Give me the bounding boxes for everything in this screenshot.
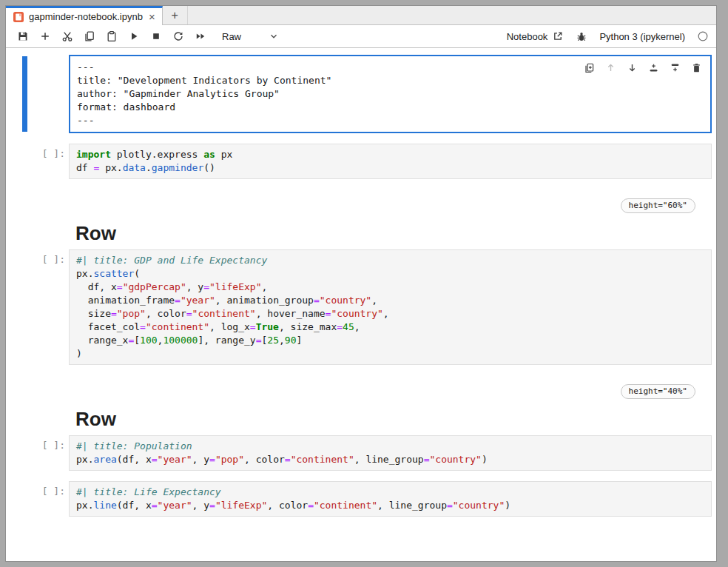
jupyterlab-window: gapminder-notebook.ipynb × + Raw Noteboo… (6, 6, 716, 561)
cell-toolbar (582, 60, 704, 75)
code-cell: [ ]:#| title: GDP and Life Expectancypx.… (6, 249, 712, 365)
code-line: animation_frame="year", animation_group=… (76, 294, 704, 307)
raw-cell-editor[interactable]: ---title: "Development Indicators by Con… (69, 55, 712, 133)
code-line: #| title: GDP and Life Expectancy (76, 254, 704, 267)
code-cell-editor[interactable]: #| title: Life Expectancypx.line(df, x="… (69, 481, 712, 517)
move-down-icon[interactable] (624, 60, 640, 75)
save-icon[interactable] (12, 27, 34, 46)
cell-height-badge: height="40%" (621, 384, 695, 399)
insert-above-icon[interactable] (646, 60, 661, 75)
add-cell-icon[interactable] (34, 27, 56, 46)
toolbar-right: Notebook Python 3 (ipykernel) (507, 30, 709, 42)
restart-icon[interactable] (167, 27, 189, 46)
fast-forward-icon[interactable] (189, 27, 212, 46)
notebook-content: ---title: "Development Indicators by Con… (6, 48, 716, 561)
code-line: df = px.data.gapminder() (76, 161, 704, 175)
stop-icon[interactable] (145, 27, 167, 46)
notebook-mode-label: Notebook (507, 31, 548, 42)
code-line: range_x=[100,100000], range_y=[25,90] (76, 334, 704, 347)
markdown-content: height="40%"Row (69, 375, 712, 435)
code-cell: [ ]:#| title: Populationpx.area(df, x="y… (6, 435, 712, 471)
cell-type-dropdown[interactable]: Raw (222, 30, 280, 42)
kernel-name[interactable]: Python 3 (ipykernel) (599, 31, 685, 42)
tab-close-icon[interactable]: × (149, 11, 155, 22)
cell-prompt: [ ]: (6, 144, 69, 179)
copy-icon[interactable] (78, 27, 101, 46)
tab-title: gapminder-notebook.ipynb (29, 11, 143, 22)
debugger-bug-icon[interactable] (576, 30, 587, 42)
chevron-down-icon (268, 30, 280, 42)
code-line: size="pop", color="continent", hover_nam… (76, 307, 704, 321)
new-tab-button[interactable]: + (163, 6, 188, 24)
kernel-status-icon[interactable] (697, 30, 709, 42)
markdown-cell: height="40%"Row (6, 375, 712, 435)
notebook-file-icon (13, 11, 24, 23)
cut-icon[interactable] (56, 27, 78, 46)
code-line: author: "Gapminder Analytics Group" (77, 87, 704, 101)
toolbar-left-icons (12, 27, 212, 46)
tab-gapminder-notebook[interactable]: gapminder-notebook.ipynb × (6, 6, 163, 25)
code-line: df, x="gdpPercap", y="lifeExp", (76, 281, 704, 294)
raw-cell: ---title: "Development Indicators by Con… (6, 55, 712, 133)
code-line: import plotly.express as px (76, 148, 704, 161)
code-cell-editor[interactable]: #| title: Populationpx.area(df, x="year"… (69, 435, 712, 471)
code-line: #| title: Population (76, 440, 704, 453)
paste-icon[interactable] (101, 27, 123, 46)
move-up-icon[interactable] (603, 60, 619, 75)
window-frame: gapminder-notebook.ipynb × + Raw Noteboo… (0, 0, 728, 567)
row-heading: Row (75, 222, 712, 245)
code-line: px.line(df, x="year", y="lifeExp", color… (76, 499, 704, 512)
duplicate-icon[interactable] (582, 60, 597, 75)
code-line: title: "Development Indicators by Contin… (77, 74, 704, 87)
notebook-mode-button[interactable]: Notebook (507, 30, 564, 42)
code-line: ) (76, 347, 704, 360)
cell-prompt (6, 375, 69, 435)
cell-prompt: [ ]: (6, 481, 69, 517)
external-link-icon (552, 30, 564, 42)
code-line: #| title: Life Expectancy (76, 486, 704, 499)
cell-prompt (6, 55, 69, 133)
code-cell: [ ]:#| title: Life Expectancypx.line(df,… (6, 481, 712, 517)
row-heading: Row (75, 408, 712, 431)
code-line: facet_col="continent", log_x=True, size_… (76, 321, 704, 334)
code-line: format: dashboard (77, 101, 704, 114)
tab-bar: gapminder-notebook.ipynb × + (6, 6, 716, 25)
cell-prompt: [ ]: (6, 249, 69, 365)
code-line: px.area(df, x="year", y="pop", color="co… (76, 453, 704, 466)
run-icon[interactable] (123, 27, 145, 46)
markdown-cell: height="60%"Row (6, 189, 712, 249)
cell-selection-indicator (22, 56, 27, 132)
cell-prompt: [ ]: (6, 435, 69, 471)
notebook-toolbar: Raw Notebook Python 3 (ipykernel) (6, 25, 716, 48)
cell-type-label: Raw (222, 31, 241, 42)
code-cell-editor[interactable]: #| title: GDP and Life Expectancypx.scat… (69, 249, 712, 365)
cell-prompt (6, 189, 69, 249)
markdown-content: height="60%"Row (69, 189, 712, 249)
cell-height-badge: height="60%" (621, 198, 695, 213)
code-cell: [ ]:import plotly.express as pxdf = px.d… (6, 144, 712, 179)
code-line: px.scatter( (76, 267, 704, 281)
code-cell-editor[interactable]: import plotly.express as pxdf = px.data.… (69, 144, 712, 179)
insert-below-icon[interactable] (667, 60, 683, 75)
code-line: --- (77, 114, 704, 127)
delete-icon[interactable] (689, 60, 704, 75)
